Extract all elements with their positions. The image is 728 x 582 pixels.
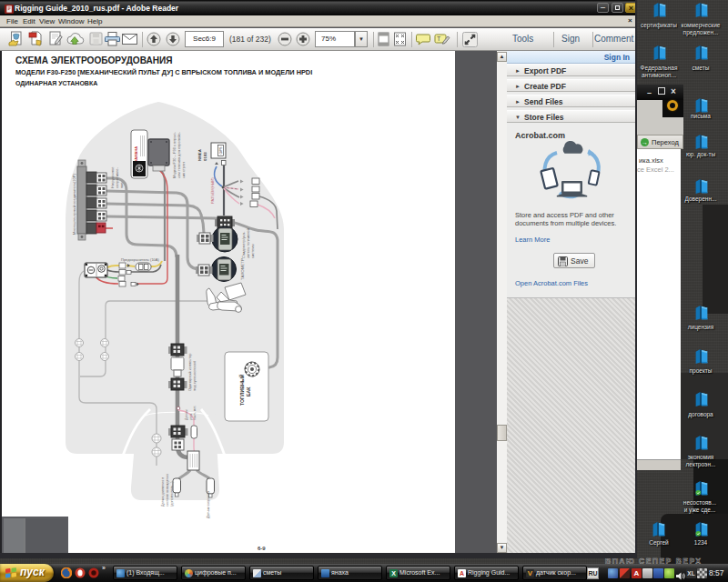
svg-text:Датчик давления в: Датчик давления в bbox=[161, 477, 165, 507]
svg-text:Датчик скорости: Датчик скорости bbox=[206, 491, 210, 518]
svg-text:Датчик: Датчик bbox=[185, 409, 188, 420]
svg-text:системы: системы bbox=[250, 244, 255, 258]
svg-text:(дополнитель...): (дополнитель...) bbox=[170, 481, 174, 507]
svg-text:системе охлаждения: системе охлаждения bbox=[166, 474, 169, 507]
svg-text:6-9: 6-9 bbox=[258, 546, 266, 551]
svg-text:ТОПЛИВНЫЙ: ТОПЛИВНЫЙ bbox=[238, 374, 245, 406]
svg-text:накл. мот.: накл. мот. bbox=[193, 406, 197, 420]
svg-text:YAMAHA: YAMAHA bbox=[134, 146, 138, 162]
svg-text:угла: угла bbox=[189, 414, 193, 420]
svg-text:ких стран: ких стран bbox=[181, 162, 186, 178]
svg-text:GPS: GPS bbox=[219, 146, 223, 154]
svg-text:ние: ние bbox=[119, 182, 124, 188]
svg-text:NMEA: NMEA bbox=[197, 148, 202, 161]
svg-text:0183: 0183 bbox=[203, 152, 207, 161]
svg-text:РАЗЪЕМ(НЫЙ): РАЗЪЕМ(НЫЙ) bbox=[210, 177, 215, 204]
svg-text:БАК: БАК bbox=[246, 386, 251, 396]
svg-text:Многоштекерный соединитель(10Р: Многоштекерный соединитель(10Р) bbox=[72, 174, 76, 235]
svg-text:под сулекоспособ: под сулекоспособ bbox=[192, 360, 197, 391]
svg-text:T: T bbox=[437, 35, 441, 42]
svg-text:ТАХОМЕТР: ТАХОМЕТР bbox=[240, 258, 245, 280]
svg-text:Предохранитель (10А): Предохранитель (10А) bbox=[121, 257, 160, 262]
